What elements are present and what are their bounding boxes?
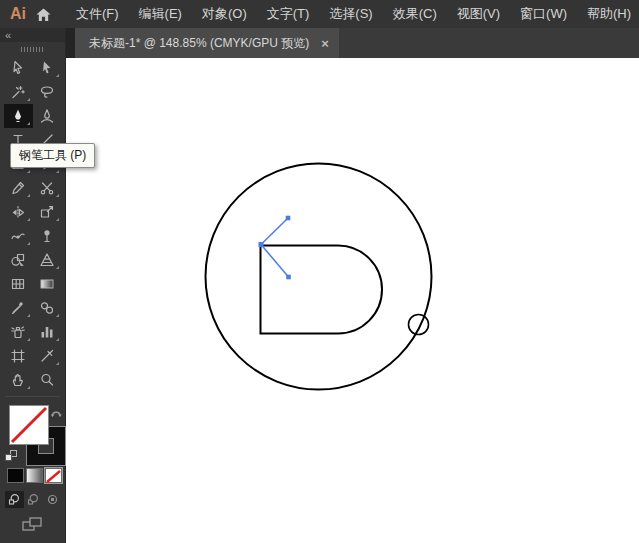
menu-view[interactable]: 视图(V)	[447, 5, 510, 23]
document-tab-bar: 未标题-1* @ 148.85% (CMYK/GPU 预览) ×	[66, 28, 639, 58]
reflect-tool-icon	[10, 204, 26, 220]
gradient-tool[interactable]	[33, 272, 62, 296]
illustrator-logo: Ai	[0, 5, 35, 23]
default-swatches-icon	[4, 449, 18, 463]
selection-tool-icon	[10, 60, 26, 76]
artboard-canvas[interactable]	[66, 58, 639, 543]
fill-color-swatch[interactable]	[10, 406, 48, 444]
menu-file[interactable]: 文件(F)	[66, 5, 129, 23]
hand-tool[interactable]	[4, 368, 33, 392]
symbol-sprayer-tool[interactable]	[4, 320, 33, 344]
width-tool-icon	[10, 228, 26, 244]
shaper-tool-icon	[10, 180, 26, 196]
blend-tool-icon	[39, 300, 55, 316]
paint-mode-buttons	[7, 468, 62, 483]
draw-behind-icon	[27, 493, 40, 506]
perspective-grid-tool[interactable]	[33, 248, 62, 272]
collapse-panel-icon[interactable]: «	[5, 29, 11, 41]
menu-effect[interactable]: 效果(C)	[383, 5, 447, 23]
lasso-tool[interactable]	[33, 80, 62, 104]
swap-arrow-icon	[50, 408, 63, 420]
shaper-tool[interactable]	[4, 176, 33, 200]
zoom-tool-icon	[39, 372, 55, 388]
puppet-warp-tool-icon	[39, 228, 55, 244]
screen-mode-icon	[21, 516, 44, 532]
menu-edit[interactable]: 编辑(E)	[129, 5, 192, 23]
pen-tool-tooltip: 钢笔工具 (P)	[10, 143, 95, 168]
direct-selection-tool-icon	[39, 60, 55, 76]
default-fill-stroke-button[interactable]	[4, 449, 18, 467]
none-button[interactable]	[45, 468, 62, 483]
free-transform-tool[interactable]	[33, 200, 62, 224]
mesh-tool[interactable]	[4, 272, 33, 296]
mesh-tool-icon	[10, 276, 26, 292]
curvature-tool-icon	[39, 108, 55, 124]
document-tab[interactable]: 未标题-1* @ 148.85% (CMYK/GPU 预览) ×	[75, 28, 339, 58]
home-button[interactable]	[35, 7, 52, 22]
blend-tool[interactable]	[33, 296, 62, 320]
artboard-tool-icon	[10, 348, 26, 364]
shape-builder-tool[interactable]	[4, 248, 33, 272]
pen-tool[interactable]	[4, 104, 33, 128]
menu-object[interactable]: 对象(O)	[192, 5, 257, 23]
slice-tool[interactable]	[33, 344, 62, 368]
eyedropper-tool-icon	[10, 300, 26, 316]
column-graph-tool[interactable]	[33, 320, 62, 344]
drawing-mode-buttons	[5, 491, 62, 508]
hand-tool-icon	[10, 372, 26, 388]
eyedropper-tool[interactable]	[4, 296, 33, 320]
pen-tool-icon	[10, 108, 26, 124]
slice-tool-icon	[39, 348, 55, 364]
swap-fill-stroke-button[interactable]	[50, 406, 63, 424]
shape-builder-tool-icon	[10, 252, 26, 268]
panel-grip-handle[interactable]	[21, 47, 45, 52]
scissors-tool[interactable]	[33, 176, 62, 200]
menu-help[interactable]: 帮助(H)	[577, 5, 639, 23]
tab-close-icon[interactable]: ×	[321, 37, 329, 50]
draw-normal-button[interactable]	[5, 491, 24, 508]
gradient-tool-icon	[39, 276, 55, 292]
reflect-tool[interactable]	[4, 200, 33, 224]
draw-inside-icon	[46, 493, 59, 506]
draw-behind-button[interactable]	[24, 491, 43, 508]
scissors-tool-icon	[39, 180, 55, 196]
symbol-sprayer-tool-icon	[10, 324, 26, 340]
tools-panel-header: «	[0, 28, 65, 42]
puppet-warp-tool[interactable]	[33, 224, 62, 248]
direct-selection-tool[interactable]	[33, 56, 62, 80]
zoom-tool[interactable]	[33, 368, 62, 392]
menu-type[interactable]: 文字(T)	[257, 5, 320, 23]
color-button[interactable]	[7, 468, 24, 483]
menu-select[interactable]: 选择(S)	[319, 5, 382, 23]
menu-window[interactable]: 窗口(W)	[510, 5, 577, 23]
artboard-tool[interactable]	[4, 344, 33, 368]
lasso-tool-icon	[39, 84, 55, 100]
magic-wand-tool[interactable]	[4, 80, 33, 104]
menu-bar: Ai 文件(F) 编辑(E) 对象(O) 文字(T) 选择(S) 效果(C) 视…	[0, 0, 639, 28]
draw-normal-icon	[8, 493, 21, 506]
none-slash-icon	[46, 470, 61, 483]
none-fill-icon	[10, 406, 48, 444]
width-tool[interactable]	[4, 224, 33, 248]
column-graph-tool-icon	[39, 324, 55, 340]
curvature-tool[interactable]	[33, 104, 62, 128]
selection-tool[interactable]	[4, 56, 33, 80]
tools-grid	[0, 56, 65, 392]
document-tab-title: 未标题-1* @ 148.85% (CMYK/GPU 预览)	[89, 35, 309, 52]
gradient-button[interactable]	[26, 468, 43, 483]
perspective-grid-tool-icon	[39, 252, 55, 268]
home-icon	[35, 7, 52, 22]
free-transform-tool-icon	[39, 204, 55, 220]
tabbar-left-edge	[66, 28, 75, 58]
tools-panel: «	[0, 28, 66, 543]
magic-wand-tool-icon	[10, 84, 26, 100]
draw-inside-button[interactable]	[43, 491, 62, 508]
change-screen-mode-button[interactable]	[21, 516, 44, 536]
toolbar-divider	[5, 396, 60, 397]
